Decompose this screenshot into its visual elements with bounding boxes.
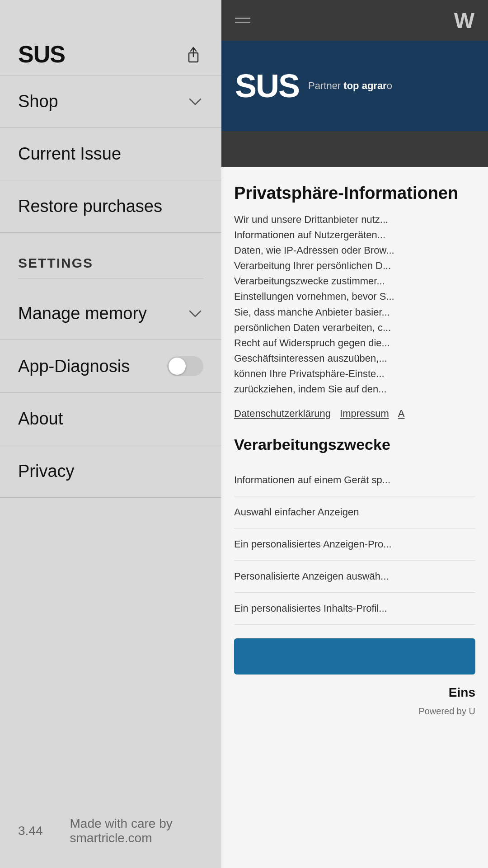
menu-item-app-diagnosis[interactable]: App-Diagnosis (0, 340, 221, 393)
manage-memory-label: Manage memory (18, 304, 147, 323)
settings-section-header: SETTINGS (0, 233, 221, 288)
menu-item-restore-purchases[interactable]: Restore purchases (0, 180, 221, 233)
about-label: About (18, 409, 63, 429)
status-bar (0, 0, 221, 27)
menu-item-shop[interactable]: Shop (0, 75, 221, 128)
right-panel-title: W (454, 8, 474, 33)
right-logo-bar: SUS Partner top agraro (221, 41, 488, 131)
privacy-label: Privacy (18, 462, 75, 481)
current-issue-label: Current Issue (18, 144, 121, 164)
menu-item-manage-memory[interactable]: Manage memory (0, 288, 221, 340)
eins-text: Eins (234, 685, 475, 700)
menu-item-current-issue[interactable]: Current Issue (0, 128, 221, 180)
verarbeitung-title: Verarbeitungszwecke (234, 436, 475, 453)
version-text: 3.44 (18, 824, 43, 838)
sus-logo-right: SUS (235, 67, 299, 104)
share-svg (185, 45, 202, 64)
impressum-link[interactable]: Impressum (340, 408, 389, 420)
sus-logo: SUS (18, 41, 65, 68)
app-diagnosis-label: App-Diagnosis (18, 357, 130, 376)
app-diagnosis-toggle[interactable] (167, 356, 203, 376)
menu-item-privacy[interactable]: Privacy (0, 445, 221, 498)
verarbeitung-item-4[interactable]: Personalisierte Anzeigen auswäh... (234, 561, 475, 593)
privacy-overlay: Privatsphäre-Informationen Wir und unser… (221, 167, 488, 868)
drawer-header: SUS (0, 27, 221, 75)
more-link[interactable]: A (398, 408, 405, 420)
right-top-bar: W (221, 0, 488, 41)
privacy-links: Datenschutzerklärung Impressum A (234, 408, 475, 420)
drawer-footer: 3.44 Made with care by smartricle.com (0, 803, 221, 868)
manage-memory-chevron-icon (187, 306, 203, 322)
verarbeitung-item-5[interactable]: Ein personalisiertes Inhalts-Profil... (234, 593, 475, 625)
shop-label: Shop (18, 92, 58, 111)
datenschutz-link[interactable]: Datenschutzerklärung (234, 408, 331, 420)
partner-text: Partner top agraro (308, 80, 392, 93)
left-drawer: SUS Shop Current Issue Restore purchases… (0, 0, 221, 868)
share-icon[interactable] (183, 43, 203, 66)
hamburger-icon[interactable] (235, 18, 250, 23)
settings-title: SETTINGS (18, 255, 203, 278)
powered-text: Powered by U (234, 706, 475, 717)
menu-item-about[interactable]: About (0, 393, 221, 445)
restore-purchases-label: Restore purchases (18, 197, 162, 216)
verarbeitung-item-1[interactable]: Informationen auf einem Gerät sp... (234, 464, 475, 496)
toggle-knob (169, 358, 186, 375)
verarbeitung-item-2[interactable]: Auswahl einfacher Anzeigen (234, 496, 475, 528)
privacy-body: Wir und unsere Drittanbieter nutz... Inf… (234, 212, 475, 397)
shop-chevron-icon (187, 94, 203, 110)
privacy-title: Privatsphäre-Informationen (234, 184, 475, 203)
cta-button[interactable] (234, 638, 475, 675)
verarbeitung-item-3[interactable]: Ein personalisiertes Anzeigen-Pro... (234, 528, 475, 561)
made-with-text: Made with care by smartricle.com (70, 816, 204, 845)
